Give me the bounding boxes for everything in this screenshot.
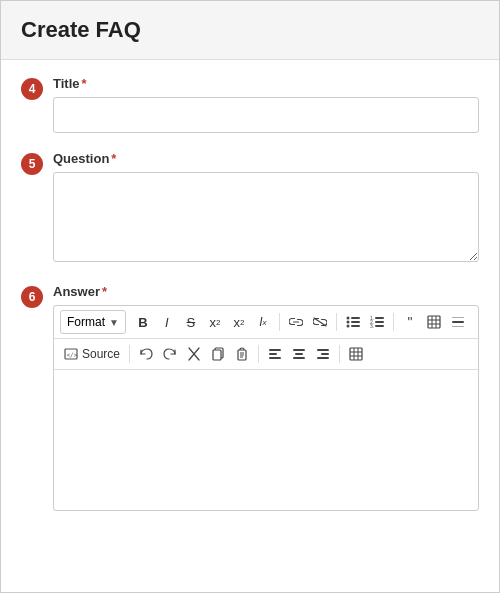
svg-rect-40 xyxy=(317,357,329,359)
toolbar-row1: Format ▼ B I S x2 x2 I xyxy=(54,306,478,339)
svg-rect-39 xyxy=(321,353,329,355)
svg-rect-20 xyxy=(452,317,464,318)
remove-format-button[interactable]: Ix xyxy=(252,311,274,333)
answer-editor[interactable] xyxy=(54,370,478,510)
svg-rect-13 xyxy=(375,325,384,327)
link-button[interactable] xyxy=(285,311,307,333)
question-field-content: Question* xyxy=(53,151,479,266)
question-required: * xyxy=(111,151,116,166)
svg-rect-11 xyxy=(375,317,384,319)
subscript-button[interactable]: x2 xyxy=(228,311,250,333)
question-field: 5 Question* xyxy=(21,151,479,266)
svg-rect-41 xyxy=(350,348,362,360)
format-label: Format xyxy=(67,315,105,329)
svg-point-2 xyxy=(346,317,349,320)
svg-text:3.: 3. xyxy=(370,323,374,328)
svg-rect-19 xyxy=(452,321,464,323)
toolbar-divider-3 xyxy=(393,313,394,331)
undo-button[interactable] xyxy=(135,343,157,365)
format-dropdown[interactable]: Format ▼ xyxy=(60,310,126,334)
svg-rect-34 xyxy=(269,357,281,359)
page-container: Create FAQ 4 Title* 5 Question* xyxy=(0,0,500,593)
svg-point-4 xyxy=(346,325,349,328)
horizontal-rule-button[interactable] xyxy=(447,311,469,333)
toolbar-divider-1 xyxy=(279,313,280,331)
title-field-content: Title* xyxy=(53,76,479,133)
superscript-button[interactable]: x2 xyxy=(204,311,226,333)
unordered-list-button[interactable] xyxy=(342,311,364,333)
insert-table-button[interactable] xyxy=(345,343,367,365)
svg-rect-32 xyxy=(269,349,281,351)
svg-rect-14 xyxy=(428,316,440,328)
svg-rect-6 xyxy=(351,321,360,323)
step-badge-6: 6 xyxy=(21,286,43,308)
answer-field: 6 Answer* Format ▼ B xyxy=(21,284,479,511)
answer-required: * xyxy=(102,284,107,299)
title-input[interactable] xyxy=(53,97,479,133)
svg-rect-27 xyxy=(213,350,221,360)
page-header: Create FAQ xyxy=(1,1,499,60)
align-right-button[interactable] xyxy=(312,343,334,365)
unlink-button[interactable] xyxy=(309,311,331,333)
ordered-list-button[interactable]: 1. 2. 3. xyxy=(366,311,388,333)
svg-rect-37 xyxy=(293,357,305,359)
blockquote-button[interactable]: " xyxy=(399,311,421,333)
form-body: 4 Title* 5 Question* 6 Answe xyxy=(1,60,499,545)
step-badge-4: 4 xyxy=(21,78,43,100)
answer-field-content: Answer* Format ▼ B I xyxy=(53,284,479,511)
svg-rect-36 xyxy=(295,353,303,355)
title-label: Title* xyxy=(53,76,479,91)
title-field: 4 Title* xyxy=(21,76,479,133)
toolbar-row2: </> Source xyxy=(54,339,478,370)
rich-editor: Format ▼ B I S x2 x2 I xyxy=(53,305,479,511)
source-button[interactable]: </> Source xyxy=(60,345,124,363)
answer-label: Answer* xyxy=(53,284,479,299)
paste-button[interactable] xyxy=(231,343,253,365)
toolbar-divider-6 xyxy=(339,345,340,363)
svg-point-3 xyxy=(346,321,349,324)
toolbar-divider-2 xyxy=(336,313,337,331)
svg-rect-7 xyxy=(351,325,360,327)
cut-button[interactable] xyxy=(183,343,205,365)
svg-rect-35 xyxy=(293,349,305,351)
toolbar-divider-5 xyxy=(258,345,259,363)
step-badge-5: 5 xyxy=(21,153,43,175)
italic-button[interactable]: I xyxy=(156,311,178,333)
title-required: * xyxy=(82,76,87,91)
toolbar-divider-4 xyxy=(129,345,130,363)
svg-rect-38 xyxy=(317,349,329,351)
bold-button[interactable]: B xyxy=(132,311,154,333)
question-textarea[interactable] xyxy=(53,172,479,262)
question-label: Question* xyxy=(53,151,479,166)
dropdown-arrow-icon: ▼ xyxy=(109,317,119,328)
copy-button[interactable] xyxy=(207,343,229,365)
svg-rect-33 xyxy=(269,353,277,355)
source-label: Source xyxy=(82,347,120,361)
svg-rect-5 xyxy=(351,317,360,319)
svg-rect-21 xyxy=(452,326,464,327)
strikethrough-button[interactable]: S xyxy=(180,311,202,333)
svg-rect-12 xyxy=(375,321,384,323)
align-center-button[interactable] xyxy=(288,343,310,365)
redo-button[interactable] xyxy=(159,343,181,365)
svg-text:</>: </> xyxy=(67,351,78,358)
align-left-button[interactable] xyxy=(264,343,286,365)
page-title: Create FAQ xyxy=(21,17,479,43)
table-button[interactable] xyxy=(423,311,445,333)
